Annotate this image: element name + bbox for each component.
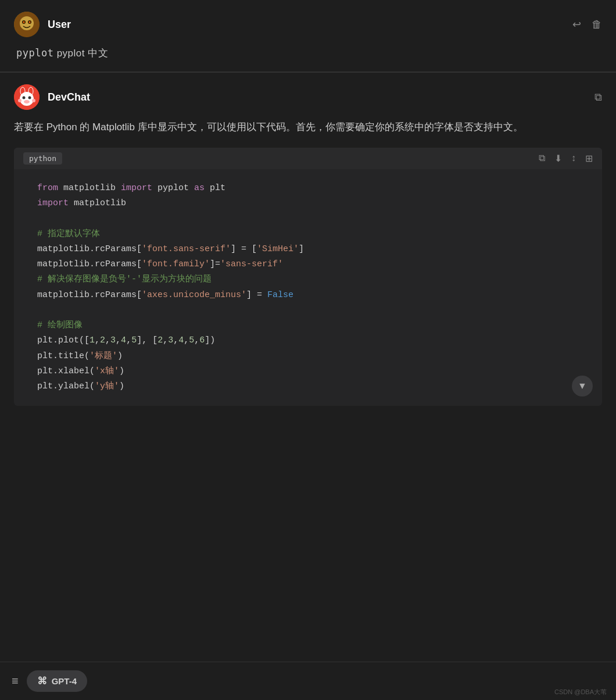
svg-point-5: [29, 22, 31, 23]
code-block: python ⧉ ⬇ ↕ ⊞ from matplotlib import py…: [14, 148, 602, 406]
user-header: User ↩ 🗑: [14, 12, 602, 37]
svg-point-10: [23, 97, 26, 99]
delete-icon[interactable]: 🗑: [592, 19, 602, 31]
devchat-header: DevChat ⧉: [14, 84, 602, 110]
code-line-2: import matplotlib: [37, 196, 588, 211]
copy-response-icon[interactable]: ⧉: [594, 91, 602, 103]
code-line-8: matplotlib.rcParams['axes.unicode_minus'…: [37, 288, 588, 303]
code-insert-icon[interactable]: ↕: [571, 153, 576, 163]
code-line-10: # 绘制图像: [37, 318, 588, 333]
code-line-12: plt.title('标题'): [37, 349, 588, 364]
code-line-11: plt.plot([1,2,3,4,5], [2,3,4,5,6]): [37, 333, 588, 348]
devchat-name-label: DevChat: [48, 91, 90, 103]
user-header-left: User: [14, 12, 71, 37]
model-selector[interactable]: ⌘ GPT-4: [27, 670, 87, 692]
bottom-bar: ≡ ⌘ GPT-4: [0, 662, 616, 700]
pyplot-text: pyplot: [16, 47, 53, 59]
code-area: from matplotlib import pyplot as plt imp…: [14, 169, 602, 406]
code-line-6: matplotlib.rcParams['font.family']='sans…: [37, 257, 588, 272]
code-line-1: from matplotlib import pyplot as plt: [37, 181, 588, 196]
svg-point-11: [28, 97, 31, 99]
svg-point-12: [24, 100, 30, 103]
code-line-4: # 指定默认字体: [37, 227, 588, 242]
watermark: CSDN @DBA大苇: [554, 688, 607, 697]
devchat-action-icons: ⧉: [594, 91, 602, 103]
code-copy-icon[interactable]: ⧉: [539, 153, 545, 163]
code-run-icon[interactable]: ⊞: [585, 153, 593, 164]
svg-point-4: [23, 22, 25, 23]
user-message-text: pyplot pyplot 中文: [14, 47, 602, 60]
model-icon: ⌘: [37, 675, 47, 687]
code-line-13: plt.xlabel('x轴'): [37, 364, 588, 379]
devchat-header-left: DevChat: [14, 84, 90, 110]
svg-point-14: [32, 99, 35, 102]
svg-point-1: [20, 16, 34, 30]
user-action-icons: ↩ 🗑: [572, 18, 602, 31]
user-name-label: User: [48, 19, 71, 31]
code-line-3: [37, 211, 588, 226]
user-avatar: [14, 12, 40, 37]
redo-icon[interactable]: ↩: [572, 18, 581, 31]
code-block-header: python ⧉ ⬇ ↕ ⊞: [14, 148, 602, 169]
code-line-5: matplotlib.rcParams['font.sans-serif'] =…: [37, 242, 588, 257]
menu-button[interactable]: ≡: [12, 674, 19, 688]
code-header-icons: ⧉ ⬇ ↕ ⊞: [539, 153, 593, 164]
code-line-9: [37, 303, 588, 318]
svg-point-9: [20, 92, 34, 106]
code-line-7: # 解决保存图像是负号'-'显示为方块的问题: [37, 272, 588, 287]
model-label: GPT-4: [52, 676, 77, 686]
user-message-block: User ↩ 🗑 pyplot pyplot 中文: [0, 0, 616, 72]
code-line-14: plt.ylabel('y轴'): [37, 379, 588, 394]
code-lang-tag: python: [23, 152, 62, 165]
devchat-avatar: [14, 84, 40, 110]
devchat-intro-text: 若要在 Python 的 Matplotlib 库中显示中文，可以使用以下代码。…: [14, 119, 602, 136]
svg-point-13: [18, 99, 22, 102]
devchat-message-block: DevChat ⧉ 若要在 Python 的 Matplotlib 库中显示中文…: [0, 73, 616, 406]
code-download-icon[interactable]: ⬇: [554, 153, 562, 164]
